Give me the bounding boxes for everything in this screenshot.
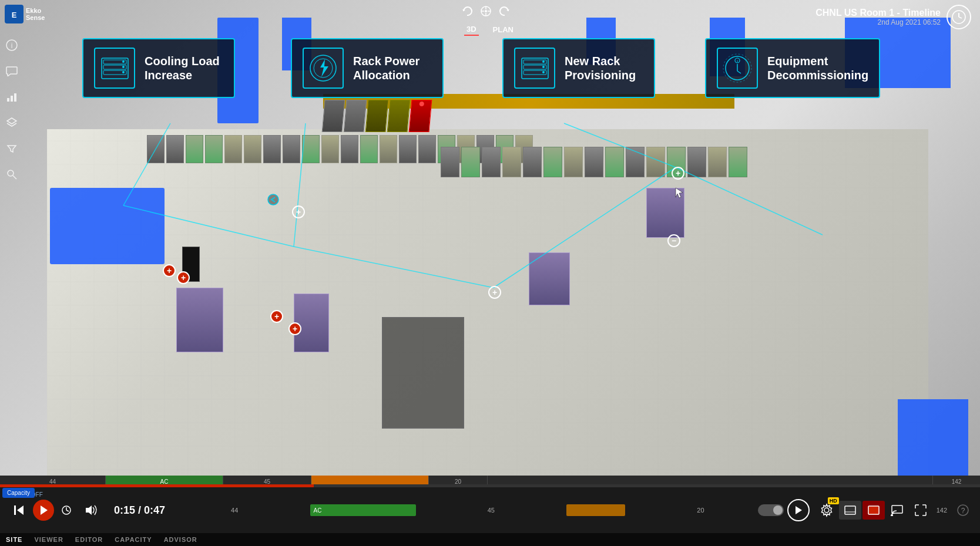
play-button[interactable] bbox=[33, 500, 54, 521]
svg-rect-16 bbox=[14, 93, 16, 102]
room-datetime: 2nd Aug 2021 06:52 bbox=[815, 18, 941, 26]
svg-rect-50 bbox=[14, 505, 16, 515]
view-navigation bbox=[461, 5, 511, 20]
timeline-num-20: 20 bbox=[697, 507, 704, 514]
orange-segment bbox=[566, 504, 625, 516]
top-bar: CHNL US Room 1 - Timeline 2nd Aug 2021 0… bbox=[807, 0, 980, 34]
left-sidebar: i bbox=[0, 32, 24, 208]
cast-button[interactable] bbox=[886, 501, 908, 520]
svg-text:i: i bbox=[737, 59, 738, 63]
cooling-load-card[interactable]: Cooling LoadIncrease bbox=[82, 38, 235, 98]
svg-rect-57 bbox=[868, 506, 879, 514]
control-bar: 0:15 / 0:47 44 AC 45 20 bbox=[0, 487, 980, 533]
rack-power-title: Rack PowerAllocation bbox=[353, 54, 419, 82]
room-title: CHNL US Room 1 - Timeline bbox=[815, 8, 941, 18]
rack-power-icon bbox=[303, 48, 344, 89]
progress-bar-container[interactable] bbox=[0, 484, 980, 487]
svg-point-32 bbox=[122, 60, 125, 63]
hd-badge: HD bbox=[828, 497, 839, 504]
svg-point-33 bbox=[122, 66, 125, 68]
app-logo[interactable]: E Ekko Sense bbox=[5, 5, 45, 23]
chat-icon[interactable] bbox=[5, 64, 19, 78]
svg-rect-55 bbox=[845, 506, 855, 514]
svg-text:E: E bbox=[12, 11, 17, 19]
fullscreen-button[interactable] bbox=[909, 501, 932, 520]
svg-line-27 bbox=[959, 17, 962, 18]
nav-advisor[interactable]: ADVISOR bbox=[164, 536, 197, 543]
timeline-num-44: 44 bbox=[231, 507, 238, 514]
chart-icon[interactable] bbox=[5, 90, 19, 104]
nav-editor[interactable]: EDITOR bbox=[75, 536, 103, 543]
svg-point-54 bbox=[824, 508, 829, 513]
svg-line-53 bbox=[66, 510, 69, 511]
time-display: 0:15 / 0:47 bbox=[107, 504, 183, 517]
svg-rect-14 bbox=[7, 98, 9, 102]
svg-point-35 bbox=[310, 55, 336, 81]
nav-capacity[interactable]: CAPACITY bbox=[115, 536, 152, 543]
screen-2-button[interactable] bbox=[862, 501, 885, 520]
rotate-right-icon[interactable] bbox=[498, 5, 511, 20]
view-mode-toggle: 3D PLAN bbox=[464, 23, 516, 36]
toggle-group bbox=[752, 499, 815, 521]
speed-indicator bbox=[56, 505, 76, 515]
nav-viewer[interactable]: VIEWER bbox=[34, 536, 63, 543]
svg-text:i: i bbox=[11, 42, 13, 50]
ac-segment: AC bbox=[310, 504, 416, 516]
bottom-nav: SITE VIEWER EDITOR CAPACITY ADVISOR bbox=[0, 533, 980, 546]
cooling-load-title: Cooling LoadIncrease bbox=[145, 54, 220, 82]
svg-point-42 bbox=[542, 66, 545, 68]
rack-power-card[interactable]: Rack PowerAllocation bbox=[291, 38, 444, 98]
capacity-button[interactable]: Capacity bbox=[2, 488, 35, 498]
main-viewport: + + + + + + + − bbox=[0, 0, 980, 502]
view-plan-button[interactable]: PLAN bbox=[491, 24, 516, 35]
screen-1-button[interactable] bbox=[839, 501, 861, 520]
svg-point-43 bbox=[542, 71, 545, 73]
clock-icon[interactable] bbox=[947, 5, 971, 29]
svg-line-18 bbox=[13, 176, 16, 179]
filter-icon[interactable] bbox=[5, 141, 19, 156]
nav-site[interactable]: SITE bbox=[6, 536, 22, 543]
new-rack-card[interactable]: New RackProvisioning bbox=[502, 38, 655, 98]
view-3d-button[interactable]: 3D bbox=[464, 23, 479, 36]
rotate-left-icon[interactable] bbox=[461, 5, 474, 20]
toggle-switch[interactable] bbox=[758, 504, 784, 516]
layers-icon[interactable] bbox=[5, 116, 19, 130]
progress-fill bbox=[0, 484, 314, 487]
cooling-icon bbox=[94, 48, 135, 89]
equipment-decom-title: EquipmentDecommissioning bbox=[767, 54, 868, 82]
svg-point-36 bbox=[314, 59, 333, 77]
search-icon[interactable] bbox=[5, 167, 19, 181]
info-icon[interactable]: i bbox=[5, 38, 19, 52]
timeline-num-45: 45 bbox=[488, 507, 495, 514]
svg-point-9 bbox=[268, 194, 278, 205]
screen-controls bbox=[839, 501, 932, 520]
svg-rect-15 bbox=[11, 96, 13, 102]
svg-text:?: ? bbox=[961, 507, 965, 515]
crosshair-icon[interactable] bbox=[479, 5, 492, 20]
help-button[interactable]: ? bbox=[952, 501, 974, 520]
svg-point-34 bbox=[122, 71, 125, 73]
new-rack-icon bbox=[514, 48, 555, 89]
equipment-icon: i bbox=[717, 48, 758, 89]
svg-point-41 bbox=[542, 60, 545, 63]
svg-line-48 bbox=[737, 71, 741, 73]
svg-point-59 bbox=[891, 514, 893, 516]
new-rack-title: New RackProvisioning bbox=[565, 54, 636, 82]
equipment-decom-card[interactable]: i EquipmentDecommissioning bbox=[705, 38, 880, 98]
svg-point-17 bbox=[8, 170, 14, 176]
skip-back-button[interactable] bbox=[7, 503, 31, 517]
timeline-num-142: 142 bbox=[933, 507, 951, 514]
volume-button[interactable] bbox=[79, 504, 105, 517]
settings-button[interactable]: HD bbox=[815, 501, 838, 520]
play-circle-button[interactable] bbox=[787, 499, 810, 521]
svg-point-24 bbox=[485, 10, 487, 12]
